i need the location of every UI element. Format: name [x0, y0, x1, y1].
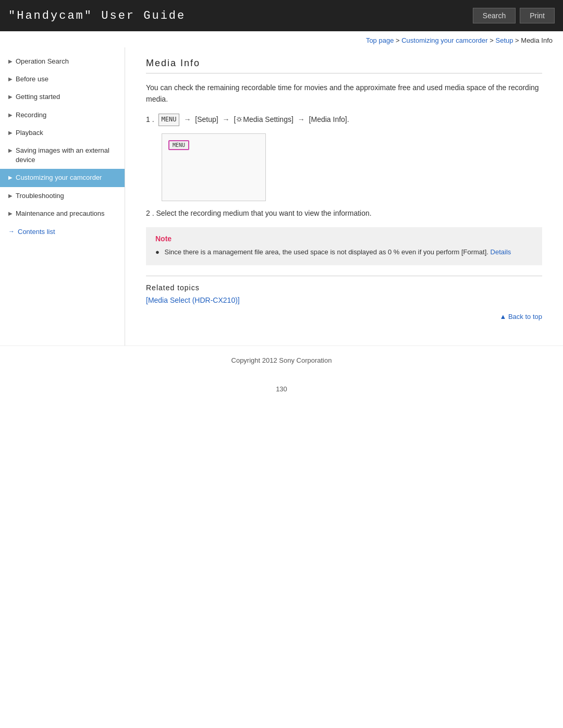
main-content: Media Info You can check the remaining r… — [125, 47, 563, 346]
chevron-right-icon: ▶ — [8, 147, 13, 154]
related-topics-link[interactable]: [Media Select (HDR-CX210)] — [146, 296, 240, 304]
step-1-content: MENU → [Setup] → [⛭Media Settings] → [Me… — [158, 114, 542, 126]
header: "Handycam" User Guide Search Print — [0, 0, 563, 31]
footer: Copyright 2012 Sony Corporation — [0, 346, 563, 380]
arrow-icon: → — [298, 115, 305, 124]
breadcrumb-setup[interactable]: Setup — [495, 36, 513, 44]
note-text: ● Since there is a management file area,… — [155, 247, 533, 258]
sidebar-item-label: Maintenance and precautions — [16, 209, 105, 218]
related-topics: Related topics [Media Select (HDR-CX210)… — [146, 276, 542, 304]
chevron-right-icon: ▶ — [8, 174, 13, 181]
step-1-text3: Media Settings] — [243, 115, 293, 124]
arrow-right-icon: → — [8, 228, 15, 235]
contents-list-label: Contents list — [18, 228, 55, 236]
menu-badge: MENU — [158, 114, 180, 126]
media-settings-icon: ⛭ — [236, 115, 243, 124]
breadcrumb-top-page[interactable]: Top page — [366, 36, 394, 44]
step-1-number: 1 . — [146, 114, 154, 125]
sidebar-item-label: Before use — [16, 75, 48, 84]
sidebar-item-label: Playback — [16, 128, 43, 138]
chevron-right-icon: ▶ — [8, 210, 13, 217]
bullet-icon: ● — [155, 248, 160, 256]
step-2-text: 2 . Select the recording medium that you… — [146, 207, 542, 219]
copyright-text: Copyright 2012 Sony Corporation — [231, 356, 332, 364]
header-buttons: Search Print — [473, 8, 555, 23]
description: You can check the remaining recordable t… — [146, 82, 542, 105]
step-1: 1 . MENU → [Setup] → [⛭Media Settings] →… — [146, 114, 542, 126]
sidebar: ▶ Operation Search ▶ Before use ▶ Gettin… — [0, 47, 125, 346]
sidebar-item-troubleshooting[interactable]: ▶ Troubleshooting — [0, 187, 125, 205]
breadcrumb-sep1: > — [394, 36, 401, 44]
arrow-icon: → — [183, 115, 191, 124]
sidebar-item-label: Customizing your camcorder — [16, 173, 102, 182]
sidebar-item-maintenance[interactable]: ▶ Maintenance and precautions — [0, 205, 125, 223]
step-1-text: [Setup] — [195, 115, 218, 124]
chevron-right-icon: ▶ — [8, 93, 13, 101]
contents-list-link[interactable]: → Contents list — [0, 223, 125, 241]
note-title: Note — [155, 235, 533, 243]
chevron-right-icon: ▶ — [8, 129, 13, 137]
chevron-right-icon: ▶ — [8, 76, 13, 83]
chevron-right-icon: ▶ — [8, 192, 13, 200]
page-title: Media Info — [146, 58, 542, 73]
search-button[interactable]: Search — [473, 8, 516, 23]
back-to-top: ▲ Back to top — [146, 304, 542, 325]
breadcrumb: Top page > Customizing your camcorder > … — [0, 31, 563, 47]
chevron-right-icon: ▶ — [8, 112, 13, 119]
related-topics-title: Related topics — [146, 283, 542, 292]
sidebar-item-recording[interactable]: ▶ Recording — [0, 106, 125, 124]
breadcrumb-current: Media Info — [521, 36, 553, 44]
sidebar-item-customizing[interactable]: ▶ Customizing your camcorder — [0, 169, 125, 187]
sidebar-item-label: Getting started — [16, 92, 60, 102]
sidebar-item-label: Operation Search — [16, 57, 69, 66]
sidebar-item-label: Recording — [16, 110, 46, 120]
layout: ▶ Operation Search ▶ Before use ▶ Gettin… — [0, 47, 563, 346]
note-box: Note ● Since there is a management file … — [146, 227, 542, 265]
step-1-text4: [Media Info]. — [309, 115, 349, 124]
chevron-right-icon: ▶ — [8, 58, 13, 65]
sidebar-item-label: Saving images with an external device — [16, 146, 116, 165]
page-number: 130 — [0, 380, 563, 403]
breadcrumb-customizing[interactable]: Customizing your camcorder — [401, 36, 487, 44]
screenshot-image: MENU — [162, 133, 266, 201]
sidebar-item-operation-search[interactable]: ▶ Operation Search — [0, 53, 125, 70]
back-to-top-link[interactable]: ▲ Back to top — [499, 313, 542, 320]
screenshot-menu-button: MENU — [168, 140, 189, 150]
breadcrumb-sep3: > — [513, 36, 521, 44]
site-title: "Handycam" User Guide — [8, 9, 186, 22]
arrow-icon: → — [223, 115, 230, 124]
sidebar-item-getting-started[interactable]: ▶ Getting started — [0, 88, 125, 106]
print-button[interactable]: Print — [520, 8, 555, 23]
sidebar-item-label: Troubleshooting — [16, 191, 64, 201]
details-link[interactable]: Details — [491, 248, 511, 256]
sidebar-item-before-use[interactable]: ▶ Before use — [0, 70, 125, 88]
breadcrumb-sep2: > — [488, 36, 496, 44]
sidebar-item-playback[interactable]: ▶ Playback — [0, 124, 125, 142]
sidebar-item-saving-images[interactable]: ▶ Saving images with an external device — [0, 142, 125, 169]
note-body: Since there is a management file area, t… — [164, 248, 488, 256]
